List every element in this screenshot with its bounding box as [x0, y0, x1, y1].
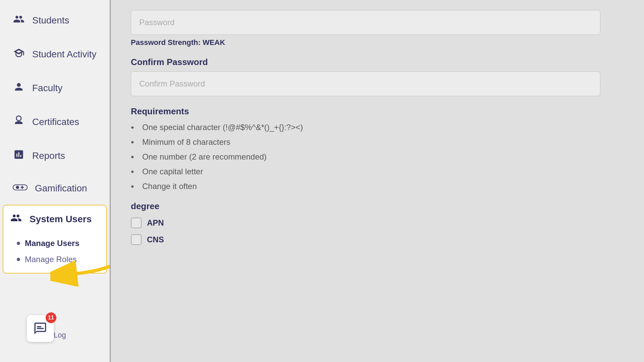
notification-badge: 11 — [46, 312, 56, 323]
svg-point-1 — [16, 186, 19, 189]
manage-users-label: Manage Users — [25, 239, 79, 248]
svg-rect-4 — [37, 326, 42, 327]
degree-option-apn[interactable]: APN — [131, 218, 600, 228]
password-input[interactable] — [131, 10, 600, 35]
svg-rect-0 — [13, 185, 27, 190]
requirements-section: Requirements One special character (!@#$… — [131, 106, 600, 191]
system-users-header: System Users — [10, 212, 92, 226]
manage-roles-bullet — [17, 258, 20, 261]
requirement-item-5: Change it often — [131, 182, 600, 191]
cns-label: CNS — [147, 235, 164, 244]
system-users-subitems: Manage Users Manage Roles — [10, 237, 100, 266]
manage-roles-label: Manage Roles — [25, 255, 77, 264]
requirement-item-2: Minimum of 8 characters — [131, 137, 600, 147]
sidebar-item-reports[interactable]: Reports — [3, 139, 107, 172]
students-icon — [13, 13, 25, 27]
sidebar-item-system-users[interactable]: System Users Manage Users Manage Roles — [3, 205, 107, 274]
sidebar-item-reports-label: Reports — [32, 150, 65, 161]
sidebar-item-certificates[interactable]: Certificates — [3, 106, 107, 138]
sidebar-item-faculty[interactable]: Faculty — [3, 72, 107, 104]
degree-checkbox-group: APN CNS — [131, 218, 600, 245]
gamification-icon — [13, 183, 28, 194]
confirm-password-input[interactable] — [131, 71, 600, 96]
chat-widget[interactable]: 11 — [27, 315, 54, 342]
main-content: Password Strength: WEAK Confirm Password… — [111, 0, 644, 362]
password-field-group: Password Strength: WEAK — [131, 10, 600, 47]
form-section: Password Strength: WEAK Confirm Password… — [131, 10, 600, 245]
sidebar-item-student-activity[interactable]: Student Activity — [3, 38, 107, 70]
sidebar-item-certificates-label: Certificates — [32, 117, 79, 127]
sidebar-item-faculty-label: Faculty — [32, 83, 62, 94]
sidebar-subitem-manage-users[interactable]: Manage Users — [17, 237, 100, 250]
system-users-label: System Users — [30, 214, 92, 225]
requirement-item-3: One number (2 are recommended) — [131, 152, 600, 162]
sidebar: Students Student Activity Faculty Certif… — [0, 0, 111, 362]
degree-option-cns[interactable]: CNS — [131, 234, 600, 245]
manage-users-bullet — [17, 242, 20, 245]
sidebar-item-student-activity-label: Student Activity — [32, 49, 96, 60]
system-users-icon — [10, 212, 22, 226]
apn-label: APN — [147, 218, 164, 228]
cns-checkbox[interactable] — [131, 234, 142, 245]
degree-title: degree — [131, 201, 600, 212]
sidebar-item-students[interactable]: Students — [3, 4, 107, 37]
sidebar-item-students-label: Students — [32, 15, 69, 26]
apn-checkbox[interactable] — [131, 218, 142, 228]
sidebar-item-gamification-label: Gamification — [35, 183, 87, 194]
certificates-icon — [13, 115, 25, 129]
requirements-list: One special character (!@#$%^&*()_+{}:?>… — [131, 123, 600, 191]
sidebar-subitem-manage-roles[interactable]: Manage Roles — [17, 253, 100, 266]
reports-icon — [13, 149, 25, 163]
degree-section: degree APN CNS — [131, 201, 600, 245]
confirm-password-label: Confirm Password — [131, 57, 600, 67]
confirm-password-field-group: Confirm Password — [131, 57, 600, 96]
svg-rect-3 — [21, 187, 24, 188]
requirements-title: Requirements — [131, 106, 600, 117]
requirement-item-4: One capital letter — [131, 167, 600, 176]
requirement-item-1: One special character (!@#$%^&*()_+{}:?>… — [131, 123, 600, 132]
password-strength-indicator: Password Strength: WEAK — [131, 38, 600, 47]
svg-rect-5 — [37, 328, 44, 329]
sidebar-item-gamification[interactable]: Gamification — [3, 173, 107, 203]
student-activity-icon — [13, 47, 25, 61]
faculty-icon — [13, 81, 25, 95]
